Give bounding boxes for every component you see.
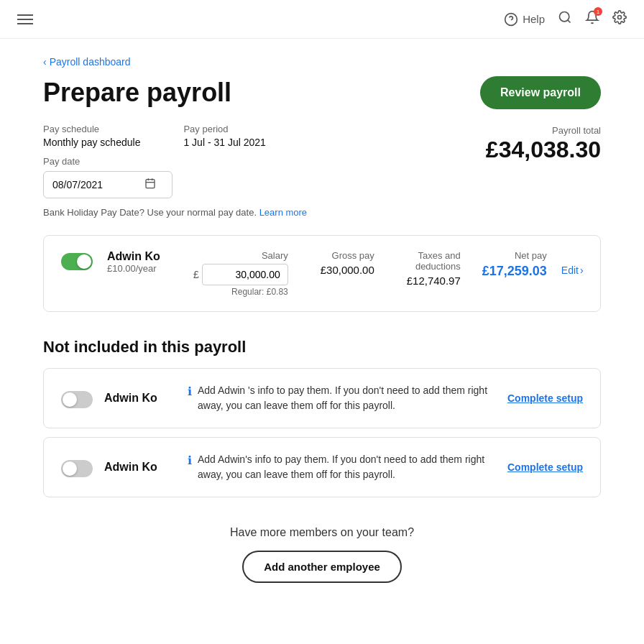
- page-title: Prepare payroll: [43, 78, 231, 108]
- not-included-toggle-wrap: [61, 457, 93, 477]
- salary-regular: Regular: £0.83: [193, 287, 288, 297]
- salary-prefix: £: [193, 269, 199, 280]
- employee-toggle[interactable]: [61, 253, 93, 270]
- payroll-total-label: Payroll total: [552, 125, 601, 136]
- calendar-icon[interactable]: [144, 178, 156, 192]
- not-included-info-text: Add Adwin 's info to pay them. If you do…: [198, 383, 496, 413]
- not-included-name-block: Adwin Ko: [104, 461, 176, 474]
- info-icon: ℹ: [188, 454, 192, 467]
- salary-label: Salary: [193, 250, 288, 261]
- settings-button[interactable]: [612, 10, 627, 28]
- pay-date-label: Pay date: [43, 156, 307, 167]
- meta-row: Pay schedule Monthly pay schedule Pay pe…: [43, 124, 307, 149]
- top-left: Pay schedule Monthly pay schedule Pay pe…: [43, 124, 307, 218]
- pay-schedule-value: Monthly pay schedule: [43, 137, 140, 148]
- employee-rate: £10.00/year: [107, 263, 179, 274]
- taxes-value: £12,740.97: [389, 275, 461, 287]
- bottom-cta: Have more members on your team? Add anot…: [43, 526, 601, 583]
- not-included-card: Adwin Ko ℹ Add Adwin 's info to pay them…: [43, 368, 601, 428]
- net-value: £17,259.03: [475, 264, 547, 279]
- net-label: Net pay: [475, 250, 547, 261]
- bottom-cta-text: Have more members on your team?: [43, 526, 601, 539]
- complete-setup-link-1[interactable]: Complete setup: [507, 461, 583, 473]
- not-included-name-block: Adwin Ko: [104, 392, 176, 405]
- pay-period-value: 1 Jul - 31 Jul 2021: [183, 137, 265, 148]
- hamburger-menu[interactable]: [17, 14, 33, 24]
- edit-link[interactable]: Edit ›: [561, 250, 584, 276]
- taxes-label: Taxes and deductions: [389, 250, 461, 272]
- gross-block: Gross pay £30,000.00: [303, 250, 374, 276]
- search-button[interactable]: [558, 10, 572, 28]
- learn-more-link[interactable]: Learn more: [259, 207, 307, 218]
- search-icon: [558, 10, 572, 24]
- info-icon: ℹ: [188, 385, 192, 398]
- not-included-emp-name: Adwin Ko: [104, 392, 176, 405]
- main-content: ‹ Payroll dashboard Prepare payroll Revi…: [0, 39, 644, 600]
- svg-line-3: [568, 20, 571, 23]
- pay-schedule-label: Pay schedule: [43, 124, 140, 134]
- pay-date-input[interactable]: [52, 179, 139, 190]
- breadcrumb[interactable]: ‹ Payroll dashboard: [43, 56, 601, 68]
- gross-label: Gross pay: [303, 250, 374, 261]
- pay-period-label: Pay period: [183, 124, 265, 134]
- notifications-button[interactable]: 1: [585, 10, 599, 28]
- pay-period-item: Pay period 1 Jul - 31 Jul 2021: [183, 124, 265, 149]
- not-included-info-block: ℹ Add Adwin's info to pay them. If you d…: [188, 452, 496, 482]
- header-left: [17, 14, 33, 24]
- toggle-knob: [63, 392, 77, 407]
- complete-setup-link-0[interactable]: Complete setup: [507, 392, 583, 404]
- payroll-total-value: £34,038.30: [486, 137, 601, 163]
- not-included-card: Adwin Ko ℹ Add Adwin's info to pay them.…: [43, 437, 601, 497]
- not-included-list: Adwin Ko ℹ Add Adwin 's info to pay them…: [43, 368, 601, 497]
- page-title-row: Prepare payroll Review payroll: [43, 76, 601, 109]
- top-section: Pay schedule Monthly pay schedule Pay pe…: [43, 124, 601, 218]
- back-chevron-icon: ‹: [43, 56, 47, 68]
- not-included-row: Adwin Ko ℹ Add Adwin's info to pay them.…: [61, 452, 583, 482]
- gross-value: £30,000.00: [303, 264, 374, 276]
- net-block: Net pay £17,259.03: [475, 250, 547, 279]
- add-employee-button[interactable]: Add another employee: [242, 551, 402, 583]
- salary-input[interactable]: [202, 264, 288, 285]
- not-included-emp-name: Adwin Ko: [104, 461, 176, 474]
- pay-date-field[interactable]: [43, 171, 172, 198]
- not-included-toggle-1[interactable]: [61, 460, 93, 477]
- pay-schedule-item: Pay schedule Monthly pay schedule: [43, 124, 140, 149]
- notification-badge: 1: [594, 7, 602, 16]
- help-label: Help: [523, 13, 545, 25]
- header: Help 1: [0, 0, 644, 39]
- employee-name-block: Adwin Ko £10.00/year: [107, 250, 179, 274]
- salary-input-row: £: [193, 264, 288, 285]
- not-included-toggle-wrap: [61, 388, 93, 408]
- not-included-info-text: Add Adwin's info to pay them. If you don…: [198, 452, 496, 482]
- edit-label: Edit: [561, 264, 579, 276]
- help-button[interactable]: Help: [504, 12, 545, 27]
- not-included-info-block: ℹ Add Adwin 's info to pay them. If you …: [188, 383, 496, 413]
- svg-point-4: [618, 16, 622, 19]
- help-icon: [504, 12, 518, 27]
- review-payroll-button[interactable]: Review payroll: [480, 76, 601, 109]
- employee-toggle-wrap: [61, 250, 93, 270]
- not-included-title: Not included in this payroll: [43, 338, 601, 356]
- employee-name: Adwin Ko: [107, 250, 179, 263]
- salary-block: Salary £ Regular: £0.83: [193, 250, 288, 297]
- toggle-knob: [63, 461, 77, 476]
- employee-row: Adwin Ko £10.00/year Salary £ Regular: £…: [61, 250, 583, 297]
- included-employee-card: Adwin Ko £10.00/year Salary £ Regular: £…: [43, 235, 601, 312]
- toggle-knob: [77, 254, 91, 269]
- payroll-total-block: Payroll total £34,038.30: [486, 124, 601, 163]
- edit-chevron-icon: ›: [580, 264, 584, 276]
- svg-point-2: [560, 12, 569, 22]
- header-right: Help 1: [504, 10, 627, 28]
- svg-rect-5: [146, 180, 155, 188]
- not-included-toggle-0[interactable]: [61, 391, 93, 408]
- gear-icon: [612, 10, 627, 24]
- taxes-block: Taxes and deductions £12,740.97: [389, 250, 461, 287]
- breadcrumb-label: Payroll dashboard: [50, 56, 131, 68]
- not-included-row: Adwin Ko ℹ Add Adwin 's info to pay them…: [61, 383, 583, 413]
- bank-note-text: Bank Holiday Pay Date? Use your normal p…: [43, 207, 257, 218]
- bank-note: Bank Holiday Pay Date? Use your normal p…: [43, 207, 307, 218]
